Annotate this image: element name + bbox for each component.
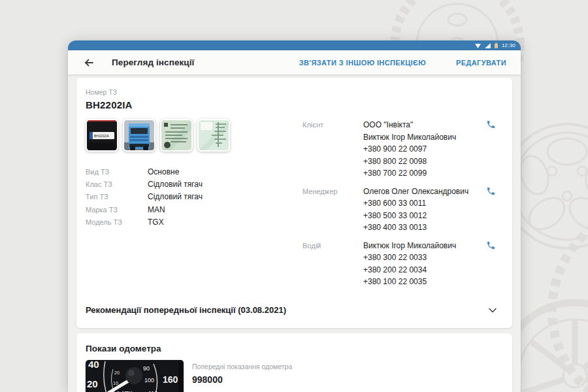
contact-block-driver: Водій Виктюк Ігор Миколайович +380 300 2… [302,240,503,288]
spec-row-typ: Тип ТЗСідловий тягач [86,191,302,203]
license-plate-photo[interactable]: BH2202IA [86,119,118,152]
svg-text:20: 20 [87,378,98,389]
contact-label: Менеджер [302,186,363,234]
inspection-card: Номер ТЗ ВН2202ІА BH2202IA [76,78,512,328]
registration-doc-photo[interactable] [160,119,193,152]
contact-line: ООО "Інвікта" [363,119,486,131]
spec-label: Марка ТЗ [86,204,148,216]
odometer-card: Покази одометра 40 20 20 10 0 [76,333,512,392]
chevron-down-icon[interactable] [487,305,498,316]
svg-text:90: 90 [143,365,150,372]
contact-line: Виктюк Ігор Миколайович [363,240,486,252]
contact-phone-number: +380 300 22 0033 [363,252,486,264]
contact-line: Виктюк Ігор Миколайович [363,131,486,144]
contact-phone-number: +380 200 22 0034 [363,264,486,276]
spec-label: Клас ТЗ [86,178,148,191]
spec-value: Основне [148,166,179,178]
spec-label: Вид ТЗ [86,166,148,178]
contact-phone-number: +380 600 33 0011 [363,197,486,210]
contact-line: Олегов Олег Олександрович [363,186,486,198]
contact-label: Клієнт [302,119,363,180]
spec-value: TGX [148,216,164,229]
back-arrow-icon[interactable] [82,56,95,69]
contact-phone-number: +380 400 33 0013 [363,221,486,234]
contacts-column: Клієнт ООО "Інвікта" Виктюк Ігор Миколай… [302,119,503,288]
spec-value: Сідловий тягач [148,178,203,191]
vehicle-photos: BH2202IA [86,119,302,152]
spec-row-marka: Марка ТЗMAN [86,204,302,216]
svg-text:20: 20 [114,370,120,375]
tablet-screen: 12:30 Перегляд інспекції ЗВ'ЯЗАТИ З ІНШО… [68,41,521,392]
vehicle-number-value: ВН2202ІА [86,99,503,110]
spec-row-vyd: Вид ТЗОсновне [86,166,302,178]
svg-text:10: 10 [113,381,118,385]
page-title: Перегляд інспекції [112,57,195,67]
phone-icon[interactable] [486,119,503,180]
contact-label: Водій [302,240,363,288]
registration-doc-photo-2[interactable] [197,119,230,152]
link-inspection-button[interactable]: ЗВ'ЯЗАТИ З ІНШОЮ ІНСПЕКЦІЄЮ [299,59,426,67]
contact-phone-number: +380 800 22 0098 [363,155,486,168]
phone-icon[interactable] [486,240,503,288]
contact-phone-number: +380 500 33 0012 [363,210,486,222]
contact-phone-number: +380 900 22 0097 [363,143,486,155]
phone-icon[interactable] [486,186,503,234]
vehicle-specs: Вид ТЗОсновне Клас ТЗСідловий тягач Тип … [86,166,302,229]
spec-label: Тип ТЗ [86,191,148,203]
battery-icon [495,42,498,48]
svg-text:110: 110 [148,390,157,392]
contact-phone-number: +380 100 22 0035 [363,276,486,288]
spec-value: MAN [148,204,165,216]
svg-text:40: 40 [88,360,99,370]
contact-block-manager: Менеджер Олегов Олег Олександрович +380 … [302,186,503,234]
svg-text:160: 160 [163,374,178,385]
contact-block-client: Клієнт ООО "Інвікта" Виктюк Ігор Миколай… [302,119,503,180]
edit-button[interactable]: РЕДАГУВАТИ [456,59,506,67]
truck-photo[interactable] [123,119,155,152]
content-area: Номер ТЗ ВН2202ІА BH2202IA [68,74,521,392]
recommendations-expander[interactable]: Рекомендації попередньої інспекції (03.0… [86,302,503,319]
vehicle-info-column: BH2202IA [86,119,302,288]
status-time: 12:30 [502,42,515,48]
wifi-icon [475,43,481,48]
odometer-photo[interactable]: 40 20 20 10 0 MPH 90 100 110 [86,360,184,392]
recommendations-title: Рекомендації попередньої інспекції (03.0… [86,305,286,315]
odometer-previous-reading: Попередні показання одометра 998000 [192,360,292,392]
app-bar: Перегляд інспекції ЗВ'ЯЗАТИ З ІНШОЮ ІНСП… [68,50,521,74]
spec-label: Модель ТЗ [86,216,148,229]
cellular-signal-icon [485,43,491,48]
previous-reading-label: Попередні показання одометра [192,363,292,370]
app-bar-actions: ЗВ'ЯЗАТИ З ІНШОЮ ІНСПЕКЦІЄЮ РЕДАГУВАТИ [299,59,506,67]
odometer-section-title: Покази одометра [86,344,503,353]
spec-value: Сідловий тягач [148,191,203,203]
spec-row-model: Модель ТЗTGX [86,216,302,229]
previous-reading-value: 998000 [192,374,292,385]
spec-row-klas: Клас ТЗСідловий тягач [86,178,302,191]
svg-text:BH2202IA: BH2202IA [94,134,109,138]
vehicle-number-label: Номер ТЗ [86,88,503,96]
svg-text:100: 100 [144,377,154,384]
contact-phone-number: +380 700 22 0099 [363,167,486,180]
status-bar: 12:30 [68,41,521,50]
